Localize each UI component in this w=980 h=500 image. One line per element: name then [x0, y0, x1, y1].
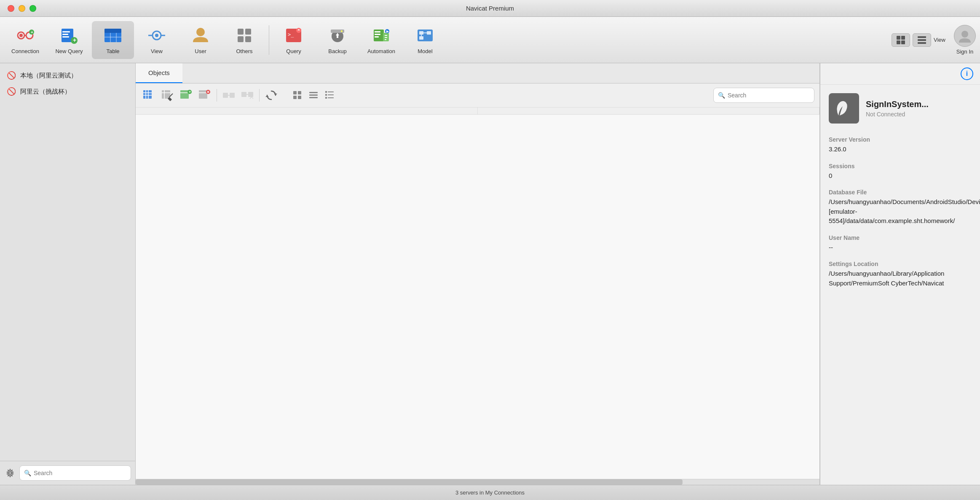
query-label: Query — [286, 48, 301, 54]
svg-rect-88 — [309, 94, 318, 96]
maximize-button[interactable] — [29, 5, 36, 12]
toolbar-table[interactable]: Table — [92, 21, 134, 59]
svg-text:>_: >_ — [288, 32, 294, 38]
table-icon — [103, 25, 123, 46]
statusbar: 3 servers in My Connections — [0, 485, 980, 500]
view-toggle-label: View — [934, 37, 945, 43]
new-table-button[interactable] — [141, 87, 158, 104]
sidebar-search-input[interactable] — [34, 470, 126, 476]
new-query-icon: + — [59, 25, 79, 46]
svg-rect-51 — [901, 40, 905, 44]
svg-text:+: + — [189, 90, 191, 94]
sign-in-area[interactable]: Sign In — [954, 25, 976, 55]
info-server-version: Server Version 3.26.0 — [820, 130, 980, 157]
objects-tabs: Objects — [136, 63, 819, 83]
svg-rect-7 — [62, 31, 70, 32]
svg-rect-89 — [309, 97, 318, 98]
toolbar-connection[interactable]: + Connection — [4, 21, 46, 59]
svg-rect-22 — [238, 29, 244, 35]
svg-rect-35 — [375, 36, 379, 38]
toolbar-new-query[interactable]: + New Query — [48, 21, 90, 59]
objects-search-input[interactable] — [728, 92, 810, 99]
new-table-wizard-button[interactable]: + — [178, 87, 195, 104]
objects-content — [136, 108, 819, 479]
sidebar-item-local[interactable]: 🚫 本地（阿里云测试） — [0, 67, 135, 83]
view-toggle-btn-1[interactable] — [892, 33, 910, 47]
svg-rect-83 — [293, 91, 297, 94]
detail-view-button[interactable] — [322, 88, 337, 103]
objects-col-1 — [136, 108, 478, 114]
close-button[interactable] — [8, 5, 14, 12]
info-db-header: SignInSystem... Not Connected — [820, 85, 980, 130]
toolbar-backup[interactable]: Backup — [316, 21, 359, 59]
toolbar-automation[interactable]: ▶ Automation — [360, 21, 402, 59]
view-label: View — [151, 48, 163, 54]
objects-search-box[interactable]: 🔍 — [713, 88, 814, 103]
svg-point-31 — [341, 30, 343, 32]
scrollbar-thumb[interactable] — [136, 479, 683, 485]
list-view-button[interactable] — [306, 88, 321, 103]
objects-toolbar: + — [136, 83, 819, 108]
automation-icon: ▶ — [371, 25, 391, 46]
objects-col-2 — [478, 108, 820, 114]
svg-rect-95 — [328, 97, 334, 98]
svg-rect-93 — [328, 94, 334, 95]
toolbar-right: View Sign In — [892, 25, 976, 55]
db-file-value: /Users/huangyuanhao/Documents/AndroidStu… — [829, 197, 972, 226]
new-query-label: New Query — [55, 48, 83, 54]
svg-rect-87 — [309, 92, 318, 93]
toolbar-user[interactable]: User — [179, 21, 222, 59]
user-icon — [190, 25, 211, 46]
sidebar-item-aliyun[interactable]: 🚫 阿里云（挑战杯） — [0, 83, 135, 99]
toolbar-model[interactable]: Model — [404, 21, 446, 59]
svg-rect-79 — [248, 92, 253, 97]
view-mode-buttons — [290, 88, 337, 103]
svg-rect-54 — [918, 42, 926, 44]
svg-rect-13 — [104, 29, 121, 33]
sidebar-local-icon: 🚫 — [7, 71, 16, 80]
query-icon: >_ — [284, 25, 304, 46]
model-label: Model — [418, 48, 432, 54]
link-table2-button[interactable] — [239, 87, 256, 104]
window-controls — [8, 5, 36, 12]
sidebar-search-box[interactable]: 🔍 — [19, 465, 131, 481]
svg-rect-66 — [180, 90, 189, 99]
svg-point-3 — [19, 34, 23, 37]
settings-location-label: Settings Location — [829, 261, 972, 267]
view-toggle-group: View — [892, 33, 945, 47]
sidebar-settings-button[interactable] — [4, 467, 16, 479]
minimize-button[interactable] — [19, 5, 25, 12]
info-icon-button[interactable]: i — [961, 67, 973, 80]
status-text: 3 servers in My Connections — [455, 489, 525, 496]
main-toolbar: + Connection + New Query — [0, 17, 980, 63]
svg-rect-53 — [918, 39, 926, 41]
backup-label: Backup — [328, 48, 346, 54]
delete-table-button[interactable] — [196, 87, 213, 104]
sessions-label: Sessions — [829, 163, 972, 169]
svg-rect-23 — [245, 29, 251, 35]
toolbar-view[interactable]: View — [136, 21, 178, 59]
svg-point-56 — [9, 472, 11, 474]
objects-toolbar-sep — [217, 89, 217, 102]
grid-view-button[interactable] — [290, 88, 305, 103]
db-status: Not Connected — [866, 111, 929, 118]
toolbar-others[interactable]: Others — [223, 21, 265, 59]
edit-table-button[interactable] — [159, 87, 176, 104]
link-table-button[interactable] — [220, 87, 237, 104]
svg-rect-85 — [293, 96, 297, 99]
svg-rect-78 — [241, 92, 246, 97]
settings-location-value: /Users/huangyuanhao/Library/Application … — [829, 269, 972, 288]
objects-header-row — [136, 108, 819, 115]
svg-rect-91 — [328, 91, 334, 92]
svg-point-18 — [155, 34, 158, 37]
refresh-button[interactable] — [263, 87, 280, 104]
objects-body — [136, 115, 819, 479]
tab-objects[interactable]: Objects — [136, 63, 182, 83]
svg-rect-57 — [143, 90, 152, 99]
svg-rect-9 — [62, 36, 69, 38]
svg-text:▶: ▶ — [386, 30, 389, 33]
sidebar-list: 🚫 本地（阿里云测试） 🚫 阿里云（挑战杯） — [0, 63, 135, 461]
view-toggle-btn-2[interactable] — [913, 33, 931, 47]
toolbar-query[interactable]: >_ Query — [273, 21, 315, 59]
objects-horizontal-scrollbar[interactable] — [136, 479, 819, 485]
